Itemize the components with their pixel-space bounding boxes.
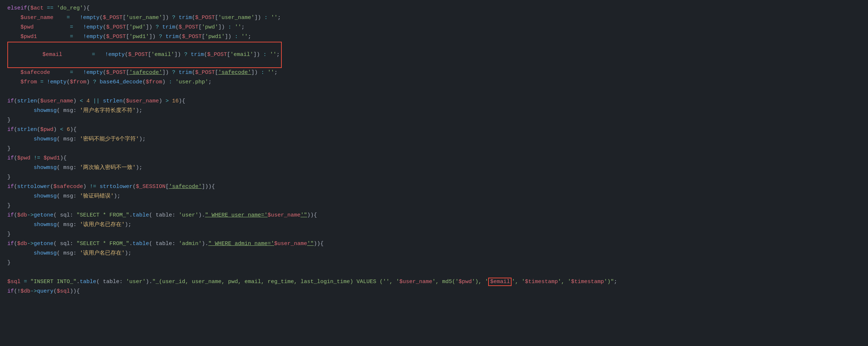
code-line-15: if($pwd != $pwd1){ — [0, 154, 868, 163]
code-line-20: } — [0, 201, 868, 211]
code-line-3: $pwd = !empty($_POST['pwd']) ? trim($_PO… — [0, 23, 868, 32]
keyword-elseif: elseif — [7, 4, 27, 13]
code-line-7: $from = !empty($from) ? base64_decode($f… — [0, 78, 868, 87]
code-line-8 — [0, 87, 868, 97]
code-line-28: $sql = "INSERT INTO_".table( table: 'use… — [0, 277, 868, 287]
code-line-17: } — [0, 173, 868, 182]
code-line-1: elseif($act == 'do_reg'){ — [0, 4, 868, 13]
code-line-26: } — [0, 258, 868, 268]
code-line-14: } — [0, 144, 868, 154]
code-line-29: if(!$db->query($sql)){ — [0, 287, 868, 296]
code-line-27 — [0, 268, 868, 277]
code-line-5-highlighted: $email = !empty($_POST['email']) ? trim(… — [0, 42, 868, 68]
highlighted-email-assignment: $email = !empty($_POST['email']) ? trim(… — [7, 42, 282, 68]
code-line-21: if($db->getone( sql: "SELECT * FROM_".ta… — [0, 211, 868, 220]
code-line-2: $user_name = !empty($_POST['user_name'])… — [0, 13, 868, 23]
code-line-18: if(strtolower($safecode) != strtolower($… — [0, 182, 868, 192]
code-line-24: if($db->getone( sql: "SELECT * FROM_".ta… — [0, 239, 868, 249]
code-line-19: showmsg( msg: '验证码错误'); — [0, 192, 868, 201]
code-line-16: showmsg( msg: '两次输入密码不一致'); — [0, 163, 868, 173]
code-editor: elseif($act == 'do_reg'){ $user_name = !… — [0, 0, 868, 300]
code-line-23: } — [0, 230, 868, 239]
code-line-12: if(strlen($pwd) < 6){ — [0, 125, 868, 135]
code-line-11: } — [0, 116, 868, 125]
code-line-6: $safecode = !empty($_POST['safecode']) ?… — [0, 68, 868, 78]
code-line-25: showmsg( msg: '该用户名已存在'); — [0, 249, 868, 258]
code-line-22: showmsg( msg: '该用户名已存在'); — [0, 220, 868, 230]
code-line-4: $pwd1 = !empty($_POST['pwd1']) ? trim($_… — [0, 32, 868, 42]
code-line-9: if(strlen($user_name) < 4 || strlen($use… — [0, 97, 868, 106]
highlighted-email-in-sql: $email — [488, 278, 512, 286]
code-line-10: showmsg( msg: '用户名字符长度不符'); — [0, 106, 868, 116]
code-line-13: showmsg( msg: '密码不能少于6个字符'); — [0, 135, 868, 144]
